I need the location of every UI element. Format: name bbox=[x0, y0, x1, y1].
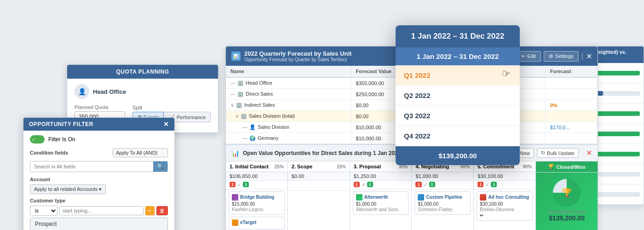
close-button[interactable]: ✕ bbox=[586, 52, 592, 61]
opportunity-filter-panel: OPPORTUNITY FILTER ✕ ✓ Filter Is On Cond… bbox=[23, 117, 175, 230]
stage-amount: $106,850.00 bbox=[226, 172, 288, 181]
dropdown-item-prospect[interactable]: Prospect bbox=[30, 218, 167, 230]
settings-icon: ⚙ bbox=[549, 53, 553, 59]
pipeline-card-etarget[interactable]: eTarget bbox=[229, 217, 285, 230]
trophy-icon: 🏆 bbox=[548, 164, 554, 170]
settings-button[interactable]: ⚙ Settings bbox=[544, 51, 579, 62]
q4-label: Q4 2022 bbox=[404, 132, 431, 140]
separator: | bbox=[581, 52, 583, 60]
q2-label: Q2 2022 bbox=[404, 92, 431, 99]
col-name: Name bbox=[226, 66, 351, 77]
card-amount: $1,000.00 bbox=[418, 201, 467, 207]
check-icon: ✓ bbox=[30, 137, 35, 142]
pipeline-card[interactable]: Ad hoc Consulting $30,100.00 Brekke-Okun… bbox=[477, 191, 533, 221]
search-button[interactable]: 🔍 bbox=[153, 161, 167, 172]
edit-label: Edit bbox=[527, 53, 536, 59]
performance-label: Performance bbox=[177, 115, 206, 120]
row-expand-icon[interactable]: — bbox=[242, 135, 247, 141]
stage-pct: 15% bbox=[337, 164, 346, 169]
bulk-update-label: Bulk Update bbox=[547, 150, 575, 156]
alert-green-badge: 1 bbox=[491, 182, 497, 187]
alert-green-badge: 1 bbox=[429, 182, 435, 187]
edit-icon: ✏ bbox=[521, 53, 525, 59]
customer-type-is-select[interactable]: is bbox=[30, 206, 58, 216]
date-picker-header-date: 1 Jan 2022 – 31 Dec 2022 bbox=[411, 32, 504, 40]
footer-amount: $139,200.00 bbox=[438, 152, 477, 160]
unweighted-value: $139,200.00 bbox=[540, 214, 594, 222]
date-picker-sub[interactable]: 1 Jan 2022 – 31 Dec 2022 bbox=[396, 47, 520, 65]
apply-accounts-label: Apply to all related Accounts bbox=[34, 186, 98, 192]
account-label: Account bbox=[30, 177, 168, 182]
add-filter-button[interactable]: + bbox=[145, 206, 155, 215]
forecast-subtitle: Opportunity Forecast by Quarter by Sales… bbox=[244, 57, 351, 62]
pipeline-card[interactable]: Custom Pipeline $1,000.00 Schmeier-Flatl… bbox=[414, 191, 471, 215]
alert-green-badge: 1 bbox=[367, 182, 373, 187]
date-picker-q2[interactable]: Q2 2022 bbox=[396, 86, 520, 106]
date-picker-dropdown: 1 Jan 2022 – 31 Dec 2022 1 Jan 2022 – 31… bbox=[396, 25, 520, 165]
stage-negotiating: 4. Negotiating 60% $1,000.00 1 ✓ 1 Custo… bbox=[412, 161, 474, 230]
apply-all-select[interactable]: Apply To All (AND) bbox=[113, 148, 168, 157]
stage-amount: $0.00 bbox=[288, 172, 350, 181]
filter-toggle[interactable]: ✓ bbox=[30, 135, 45, 144]
stage-amount: $1,250.00 bbox=[350, 172, 412, 181]
date-picker-header: 1 Jan 2022 – 31 Dec 2022 bbox=[396, 25, 520, 47]
chevron-down-icon: ▾ bbox=[99, 186, 102, 192]
row-expand-icon[interactable]: — bbox=[242, 124, 247, 130]
stage-name: 2. Scope bbox=[292, 164, 312, 169]
q1-label: Q1 2022 bbox=[404, 71, 431, 79]
date-picker-q1[interactable]: Q1 2022 bbox=[396, 65, 520, 86]
col-best-case: Forecast bbox=[545, 66, 597, 77]
card-name: Bridge Building bbox=[240, 195, 274, 200]
forecast-title: 2022 Quarterly Forecast by Sales Unit bbox=[244, 50, 351, 57]
delete-filter-button[interactable]: 🗑 bbox=[156, 206, 168, 215]
row-expand-icon[interactable]: ∨ bbox=[230, 102, 234, 108]
chart-small-icon: 📊 bbox=[231, 150, 239, 157]
date-picker-q4[interactable]: Q4 2022 bbox=[396, 126, 520, 146]
org-name: Head Office bbox=[93, 88, 126, 95]
alert-red-badge: 1 bbox=[354, 182, 360, 187]
date-picker-q3[interactable]: Q3 2022 bbox=[396, 106, 520, 126]
date-picker-sub-date: 1 Jan 2022 – 31 Dec 2022 bbox=[417, 52, 499, 60]
close-icon[interactable]: ✕ bbox=[163, 121, 169, 127]
card-name: Altenwerth bbox=[364, 195, 388, 200]
forecast-icon: 📊 bbox=[231, 52, 241, 61]
alert-red-badge: 1 bbox=[230, 182, 236, 187]
stage-closed-won: 🏆 Closed/Won 🏆 Unweighted Target $139,20… bbox=[536, 161, 598, 230]
stage-name: 3. Proposal bbox=[354, 164, 381, 169]
row-expand-icon[interactable]: ∨ bbox=[235, 113, 239, 119]
planned-quota-label: Planned Quota bbox=[75, 104, 125, 110]
customer-type-dropdown: Prospect Customer Partner bbox=[30, 218, 168, 230]
card-org: Kaehler-Legros bbox=[232, 207, 282, 212]
stage-name: Closed/Won bbox=[556, 164, 585, 170]
search-icon: 🔍 bbox=[157, 163, 164, 170]
apply-accounts-button[interactable]: Apply to all related Accounts ▾ bbox=[30, 184, 106, 194]
alert-red-badge: 1 bbox=[415, 182, 421, 187]
row-expand-icon[interactable]: — bbox=[230, 91, 236, 97]
alert-red-badge: 1 bbox=[477, 182, 483, 187]
filter-on-label: Filter Is On bbox=[48, 136, 75, 143]
edit-button[interactable]: ✏ Edit bbox=[516, 51, 541, 62]
pipeline-card[interactable]: Bridge Building $15,000.00 Kaehler-Legro… bbox=[229, 191, 285, 215]
card-amount: $1,000.00 bbox=[356, 201, 406, 207]
pipeline-card[interactable]: Altenwerth $1,000.00 Altenwerth and Sons bbox=[353, 191, 409, 215]
card-name-etarget: eTarget bbox=[240, 220, 256, 225]
quota-panel-title: QUOTA PLANNING bbox=[116, 69, 169, 75]
close-opp-button[interactable]: ✕ bbox=[586, 149, 592, 157]
condition-fields-label: Condition fields bbox=[30, 150, 68, 155]
card-name: Custom Pipeline bbox=[426, 195, 462, 200]
row-expand-icon[interactable]: — bbox=[230, 80, 236, 86]
stage-initial-contact: 1. Initial Contact 25% $106,850.00 1 ✓ 1… bbox=[226, 161, 288, 230]
stage-amount: $1,000.00 bbox=[412, 172, 473, 181]
bulk-update-button[interactable]: ↻ Bulk Update bbox=[537, 148, 579, 158]
search-input[interactable] bbox=[30, 162, 153, 171]
plus-icon: + bbox=[149, 208, 151, 213]
split-label: Split bbox=[132, 105, 211, 110]
stage-commitment: 5. Commitment 90% $30,100.00 1 ✓ 1 Ad ho… bbox=[474, 161, 536, 230]
card-org: Brekke-Okuneva bbox=[480, 207, 529, 212]
settings-label: Settings bbox=[555, 53, 574, 59]
customer-type-label: Customer type bbox=[30, 198, 168, 203]
customer-type-input[interactable] bbox=[59, 206, 144, 215]
edit-card-icon[interactable]: ✏ bbox=[480, 213, 483, 218]
stage-pct: 90% bbox=[523, 164, 532, 169]
card-name: Ad hoc Consulting bbox=[488, 195, 529, 200]
